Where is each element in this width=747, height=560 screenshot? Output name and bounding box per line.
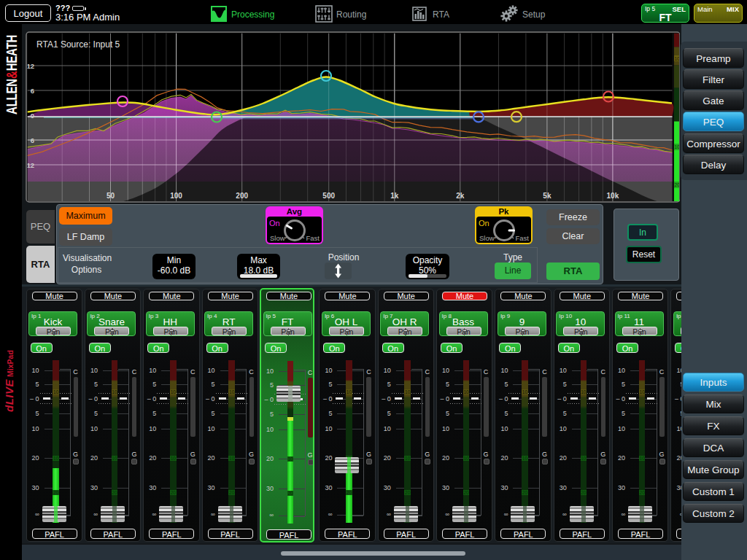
svg-text:10: 10 [674, 56, 680, 61]
svg-text:20: 20 [674, 182, 680, 187]
svg-text:100: 100 [170, 192, 182, 200]
svg-text:6: 6 [31, 87, 34, 95]
svg-text:10: 10 [674, 144, 680, 149]
svg-text:50: 50 [107, 192, 115, 200]
svg-text:200: 200 [236, 192, 248, 200]
svg-text:2k: 2k [456, 192, 465, 200]
svg-text:5k: 5k [543, 192, 551, 200]
svg-text:RTA1 Source: Input 5: RTA1 Source: Input 5 [36, 39, 120, 50]
svg-text:12: 12 [26, 62, 34, 70]
svg-text:6: 6 [31, 136, 34, 144]
svg-text:0: 0 [31, 112, 34, 120]
svg-text:500: 500 [322, 192, 335, 200]
svg-text:10k: 10k [607, 192, 619, 200]
svg-text:12: 12 [26, 161, 34, 169]
svg-text:1k: 1k [390, 192, 399, 200]
